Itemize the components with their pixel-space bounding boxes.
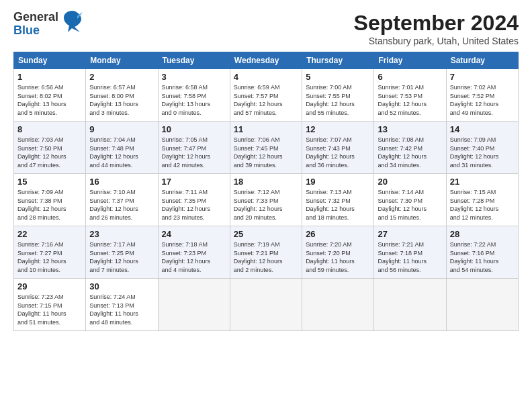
week-row-4: 22Sunrise: 7:16 AM Sunset: 7:27 PM Dayli… [14, 226, 519, 279]
day-info: Sunrise: 7:18 AM Sunset: 7:23 PM Dayligh… [162, 240, 226, 274]
day-info: Sunrise: 7:11 AM Sunset: 7:35 PM Dayligh… [162, 188, 226, 222]
day-number: 17 [162, 177, 226, 187]
table-cell: 22Sunrise: 7:16 AM Sunset: 7:27 PM Dayli… [14, 226, 86, 279]
day-number: 11 [234, 124, 298, 134]
table-cell: 1Sunrise: 6:56 AM Sunset: 8:02 PM Daylig… [14, 69, 86, 122]
day-info: Sunrise: 7:08 AM Sunset: 7:42 PM Dayligh… [378, 136, 442, 169]
day-info: Sunrise: 7:22 AM Sunset: 7:16 PM Dayligh… [450, 240, 515, 274]
table-cell: 15Sunrise: 7:09 AM Sunset: 7:38 PM Dayli… [14, 174, 86, 226]
day-number: 25 [234, 229, 298, 239]
table-cell: 4Sunrise: 6:59 AM Sunset: 7:57 PM Daylig… [230, 69, 302, 122]
col-sunday: Sunday [14, 52, 86, 69]
col-monday: Monday [86, 52, 158, 69]
table-cell: 2Sunrise: 6:57 AM Sunset: 8:00 PM Daylig… [86, 69, 158, 122]
day-number: 7 [450, 72, 515, 82]
day-number: 23 [89, 229, 154, 239]
calendar-page: General Blue September 2024 Stansbury pa… [0, 0, 532, 411]
day-number: 28 [450, 229, 515, 239]
day-info: Sunrise: 7:15 AM Sunset: 7:28 PM Dayligh… [450, 188, 515, 222]
table-cell: 27Sunrise: 7:21 AM Sunset: 7:18 PM Dayli… [374, 226, 446, 279]
table-cell [158, 279, 230, 331]
table-cell: 11Sunrise: 7:06 AM Sunset: 7:45 PM Dayli… [230, 122, 302, 174]
day-number: 5 [306, 72, 370, 82]
page-title: September 2024 [354, 11, 519, 36]
col-thursday: Thursday [302, 52, 374, 69]
day-number: 20 [378, 177, 442, 187]
day-info: Sunrise: 7:10 AM Sunset: 7:37 PM Dayligh… [89, 188, 154, 222]
title-area: September 2024 Stansbury park, Utah, Uni… [354, 11, 519, 46]
day-info: Sunrise: 7:20 AM Sunset: 7:20 PM Dayligh… [306, 240, 370, 274]
table-cell: 20Sunrise: 7:14 AM Sunset: 7:30 PM Dayli… [374, 174, 446, 226]
day-number: 29 [17, 281, 82, 291]
week-row-5: 29Sunrise: 7:23 AM Sunset: 7:15 PM Dayli… [14, 279, 519, 331]
day-info: Sunrise: 7:01 AM Sunset: 7:53 PM Dayligh… [378, 83, 442, 117]
table-cell: 6Sunrise: 7:01 AM Sunset: 7:53 PM Daylig… [374, 69, 446, 122]
table-cell: 21Sunrise: 7:15 AM Sunset: 7:28 PM Dayli… [446, 174, 518, 226]
table-cell: 29Sunrise: 7:23 AM Sunset: 7:15 PM Dayli… [14, 279, 86, 331]
table-cell: 8Sunrise: 7:03 AM Sunset: 7:50 PM Daylig… [14, 122, 86, 174]
table-cell: 10Sunrise: 7:05 AM Sunset: 7:47 PM Dayli… [158, 122, 230, 174]
table-cell: 23Sunrise: 7:17 AM Sunset: 7:25 PM Dayli… [86, 226, 158, 279]
day-info: Sunrise: 7:14 AM Sunset: 7:30 PM Dayligh… [378, 188, 442, 222]
day-info: Sunrise: 7:13 AM Sunset: 7:32 PM Dayligh… [306, 188, 370, 222]
day-info: Sunrise: 7:09 AM Sunset: 7:38 PM Dayligh… [17, 188, 82, 222]
day-info: Sunrise: 6:58 AM Sunset: 7:58 PM Dayligh… [162, 83, 226, 117]
table-cell: 9Sunrise: 7:04 AM Sunset: 7:48 PM Daylig… [86, 122, 158, 174]
logo: General Blue [13, 11, 83, 38]
table-cell: 28Sunrise: 7:22 AM Sunset: 7:16 PM Dayli… [446, 226, 518, 279]
day-info: Sunrise: 7:09 AM Sunset: 7:40 PM Dayligh… [450, 136, 515, 169]
day-info: Sunrise: 7:04 AM Sunset: 7:48 PM Dayligh… [89, 136, 154, 169]
header: General Blue September 2024 Stansbury pa… [13, 11, 519, 46]
day-number: 9 [89, 124, 154, 134]
logo-text-blue: Blue [13, 24, 58, 38]
col-wednesday: Wednesday [230, 52, 302, 69]
col-friday: Friday [374, 52, 446, 69]
day-number: 16 [89, 177, 154, 187]
day-number: 3 [162, 72, 226, 82]
table-cell: 14Sunrise: 7:09 AM Sunset: 7:40 PM Dayli… [446, 122, 518, 174]
day-number: 19 [306, 177, 370, 187]
day-info: Sunrise: 7:06 AM Sunset: 7:45 PM Dayligh… [234, 136, 298, 169]
table-cell: 7Sunrise: 7:02 AM Sunset: 7:52 PM Daylig… [446, 69, 518, 122]
day-number: 13 [378, 124, 442, 134]
day-info: Sunrise: 7:00 AM Sunset: 7:55 PM Dayligh… [306, 83, 370, 117]
day-number: 21 [450, 177, 515, 187]
col-tuesday: Tuesday [158, 52, 230, 69]
day-number: 27 [378, 229, 442, 239]
col-saturday: Saturday [446, 52, 518, 69]
calendar-header-row: Sunday Monday Tuesday Wednesday Thursday… [14, 52, 519, 69]
table-cell [230, 279, 302, 331]
day-info: Sunrise: 6:57 AM Sunset: 8:00 PM Dayligh… [89, 83, 154, 117]
table-cell: 26Sunrise: 7:20 AM Sunset: 7:20 PM Dayli… [302, 226, 374, 279]
table-cell: 18Sunrise: 7:12 AM Sunset: 7:33 PM Dayli… [230, 174, 302, 226]
table-cell: 24Sunrise: 7:18 AM Sunset: 7:23 PM Dayli… [158, 226, 230, 279]
table-cell: 30Sunrise: 7:24 AM Sunset: 7:13 PM Dayli… [86, 279, 158, 331]
day-info: Sunrise: 7:05 AM Sunset: 7:47 PM Dayligh… [162, 136, 226, 169]
day-number: 4 [234, 72, 298, 82]
day-number: 6 [378, 72, 442, 82]
table-cell: 19Sunrise: 7:13 AM Sunset: 7:32 PM Dayli… [302, 174, 374, 226]
day-info: Sunrise: 7:03 AM Sunset: 7:50 PM Dayligh… [17, 136, 82, 169]
week-row-1: 1Sunrise: 6:56 AM Sunset: 8:02 PM Daylig… [14, 69, 519, 122]
page-subtitle: Stansbury park, Utah, United States [354, 36, 519, 46]
day-number: 14 [450, 124, 515, 134]
day-info: Sunrise: 7:21 AM Sunset: 7:18 PM Dayligh… [378, 240, 442, 274]
day-info: Sunrise: 7:23 AM Sunset: 7:15 PM Dayligh… [17, 293, 82, 326]
logo-text-general: General [13, 11, 58, 24]
day-number: 10 [162, 124, 226, 134]
table-cell [302, 279, 374, 331]
table-cell: 17Sunrise: 7:11 AM Sunset: 7:35 PM Dayli… [158, 174, 230, 226]
day-info: Sunrise: 7:02 AM Sunset: 7:52 PM Dayligh… [450, 83, 515, 117]
day-info: Sunrise: 6:59 AM Sunset: 7:57 PM Dayligh… [234, 83, 298, 117]
calendar-table: Sunday Monday Tuesday Wednesday Thursday… [13, 52, 519, 331]
day-number: 22 [17, 229, 82, 239]
day-info: Sunrise: 6:56 AM Sunset: 8:02 PM Dayligh… [17, 83, 82, 117]
table-cell: 13Sunrise: 7:08 AM Sunset: 7:42 PM Dayli… [374, 122, 446, 174]
day-number: 2 [89, 72, 154, 82]
day-info: Sunrise: 7:12 AM Sunset: 7:33 PM Dayligh… [234, 188, 298, 222]
day-number: 24 [162, 229, 226, 239]
week-row-3: 15Sunrise: 7:09 AM Sunset: 7:38 PM Dayli… [14, 174, 519, 226]
day-info: Sunrise: 7:07 AM Sunset: 7:43 PM Dayligh… [306, 136, 370, 169]
table-cell [446, 279, 518, 331]
logo-bird-icon [62, 9, 83, 34]
